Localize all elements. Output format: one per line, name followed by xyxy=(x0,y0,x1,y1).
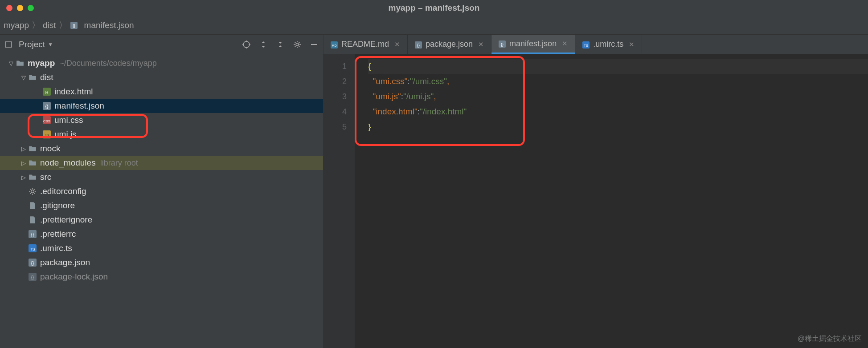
tree-row-prettierrc[interactable]: {}.prettierrc xyxy=(0,227,323,241)
tree-row-pkglock[interactable]: {}package-lock.json xyxy=(0,270,323,284)
svg-point-3 xyxy=(243,41,250,48)
json-icon: {} xyxy=(29,230,37,238)
code-content[interactable]: { "umi.css": "/umi.css", "umi.js": "/umi… xyxy=(355,54,868,348)
tree-row-mock[interactable]: ▷mock xyxy=(0,142,323,156)
tab--umirc-ts[interactable]: TS.umirc.ts✕ xyxy=(575,35,642,54)
window-title: myapp – manifest.json xyxy=(389,3,480,13)
tree-row-umijs[interactable]: JSumi.js xyxy=(0,127,323,142)
tree-row-src[interactable]: ▷src xyxy=(0,170,323,184)
sidebar-header: Project ▼ xyxy=(0,35,323,54)
breadcrumb-item[interactable]: {} manifest.json xyxy=(70,20,134,30)
tree-row-umirc[interactable]: TS.umirc.ts xyxy=(0,241,323,255)
line-number: 1 xyxy=(323,59,347,74)
json-icon: {} xyxy=(29,273,37,281)
window-controls xyxy=(0,5,34,11)
tab-label: manifest.json xyxy=(509,39,557,49)
tree-row-prettignore[interactable]: .prettierignore xyxy=(0,213,323,227)
sidebar-title[interactable]: Project ▼ xyxy=(4,40,53,49)
editor-tabs: MDREADME.md✕{}package.json✕{}manifest.js… xyxy=(323,35,868,54)
tree-row-umicss[interactable]: CSSumi.css xyxy=(0,113,323,127)
tab-label: .umirc.ts xyxy=(593,40,623,49)
row-label: .editorconfig xyxy=(40,186,86,196)
svg-text:{}: {} xyxy=(417,43,420,48)
code-area[interactable]: 12345 { "umi.css": "/umi.css", "umi.js":… xyxy=(323,54,868,348)
code-line: "umi.css": "/umi.css", xyxy=(368,74,868,89)
breadcrumb-item[interactable]: dist xyxy=(43,20,56,30)
row-hint: library root xyxy=(100,158,138,168)
code-line: } xyxy=(368,119,868,134)
gear-icon[interactable] xyxy=(293,40,302,49)
folder-icon xyxy=(29,159,37,167)
md-icon: MD xyxy=(331,41,338,48)
html-icon: H xyxy=(43,88,51,96)
close-window-icon[interactable] xyxy=(6,5,12,11)
line-number: 5 xyxy=(323,119,347,134)
svg-rect-2 xyxy=(5,42,12,47)
tree-row-editorcfg[interactable]: .editorconfig xyxy=(0,184,323,198)
project-tree[interactable]: ▽myapp~/Documents/codes/myapp▽distHindex… xyxy=(0,54,323,348)
chevron-right-icon: 〉 xyxy=(32,20,40,31)
svg-text:{}: {} xyxy=(501,42,504,47)
code-line: { xyxy=(368,59,868,74)
tree-row-dist[interactable]: ▽dist xyxy=(0,70,323,85)
tab-label: README.md xyxy=(341,40,389,49)
file-icon xyxy=(29,216,37,224)
json-icon: {} xyxy=(43,102,51,110)
row-label: .prettierrc xyxy=(40,229,76,239)
file-icon xyxy=(29,202,37,210)
svg-text:MD: MD xyxy=(332,44,337,47)
row-label: manifest.json xyxy=(54,101,104,111)
tab-manifest-json[interactable]: {}manifest.json✕ xyxy=(491,35,575,54)
tab-README-md[interactable]: MDREADME.md✕ xyxy=(323,35,408,54)
folder-icon xyxy=(29,73,37,81)
tree-row-root[interactable]: ▽myapp~/Documents/codes/myapp xyxy=(0,56,323,70)
json-icon: {} xyxy=(499,40,506,47)
hide-panel-icon[interactable] xyxy=(310,40,319,49)
row-label: .gitignore xyxy=(40,201,75,210)
row-label: package.json xyxy=(40,258,90,267)
chevron-right-icon: ▷ xyxy=(20,146,27,152)
tab-package-json[interactable]: {}package.json✕ xyxy=(408,35,491,54)
row-label: mock xyxy=(40,144,60,154)
ts-icon: TS xyxy=(582,41,590,48)
watermark-text: @稀土掘金技术社区 xyxy=(798,334,862,344)
zoom-window-icon[interactable] xyxy=(28,5,34,11)
expand-all-icon[interactable] xyxy=(259,40,268,49)
svg-text:{}: {} xyxy=(45,104,49,109)
close-icon[interactable]: ✕ xyxy=(478,40,484,49)
chevron-down-icon: ▽ xyxy=(20,74,27,81)
row-label: index.html xyxy=(54,87,93,97)
collapse-all-icon[interactable] xyxy=(276,40,285,49)
chevron-right-icon: ▷ xyxy=(20,160,27,166)
css-icon: CSS xyxy=(43,116,51,124)
close-icon[interactable]: ✕ xyxy=(629,40,635,49)
tree-row-pkg[interactable]: {}package.json xyxy=(0,255,323,270)
svg-text:{}: {} xyxy=(73,24,75,28)
row-label: myapp xyxy=(28,58,55,68)
svg-text:TS: TS xyxy=(30,247,35,251)
gear-icon xyxy=(29,187,37,195)
row-label: umi.js xyxy=(54,129,77,139)
tree-row-manifest[interactable]: {}manifest.json xyxy=(0,99,323,113)
chevron-right-icon: 〉 xyxy=(59,20,67,31)
tree-row-nodemod[interactable]: ▷node_moduleslibrary root xyxy=(0,156,323,170)
close-icon[interactable]: ✕ xyxy=(562,40,568,48)
line-number: 4 xyxy=(323,104,347,119)
locate-icon[interactable] xyxy=(242,40,251,49)
folder-icon xyxy=(16,59,24,67)
tree-row-indexhtml[interactable]: Hindex.html xyxy=(0,85,323,99)
chevron-down-icon: ▽ xyxy=(8,60,14,67)
breadcrumb-item[interactable]: myapp xyxy=(4,20,29,30)
project-icon xyxy=(4,40,12,49)
close-icon[interactable]: ✕ xyxy=(394,40,400,49)
chevron-down-icon: ▼ xyxy=(48,41,53,48)
row-label: .umirc.ts xyxy=(40,243,72,253)
code-line: "index.html": "/index.html" xyxy=(368,104,868,119)
row-label: umi.css xyxy=(54,115,83,125)
svg-point-18 xyxy=(31,190,34,193)
json-icon: {} xyxy=(29,259,37,267)
minimize-window-icon[interactable] xyxy=(17,5,23,11)
tree-row-gitignore[interactable]: .gitignore xyxy=(0,198,323,213)
folder-icon xyxy=(29,145,37,153)
line-number: 3 xyxy=(323,89,347,104)
